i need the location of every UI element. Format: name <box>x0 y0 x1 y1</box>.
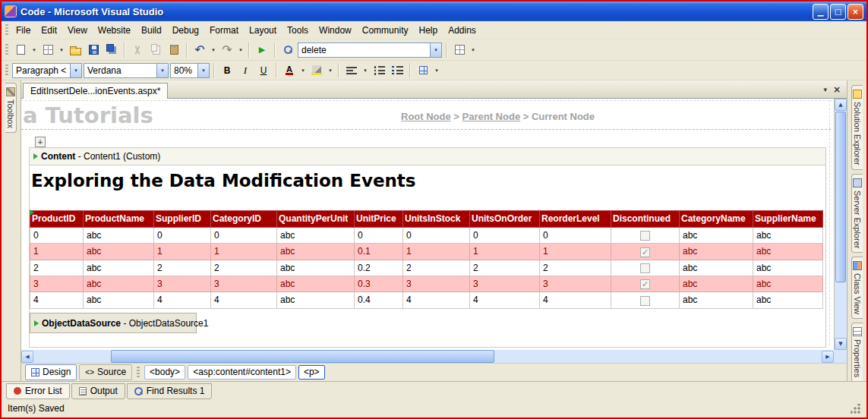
find-results-tab[interactable]: Find Results 1 <box>127 383 213 399</box>
toolbar-grip[interactable] <box>5 65 8 77</box>
minimize-button[interactable]: ▁ <box>813 4 829 20</box>
toolbar-grip[interactable] <box>5 24 8 36</box>
paste-button[interactable] <box>166 42 182 58</box>
add-item-button[interactable] <box>39 42 56 58</box>
server-explorer-tab[interactable]: Server Explorer <box>851 174 863 253</box>
tag-navigator-body[interactable]: <body> <box>144 365 185 380</box>
align-button[interactable] <box>343 62 360 79</box>
breadcrumb-separator: > <box>451 111 462 122</box>
chevron-down-icon[interactable]: ▾ <box>361 62 369 79</box>
document-tab-active[interactable]: EditInsertDele...ionEvents.aspx* <box>23 83 168 99</box>
menu-debug[interactable]: Debug <box>167 23 204 38</box>
breadcrumb-parent-link[interactable]: Parent Node <box>462 111 521 122</box>
menu-view[interactable]: View <box>62 23 93 38</box>
font-color-button[interactable]: A <box>281 62 298 79</box>
undo-button[interactable]: ↶ <box>191 42 208 58</box>
design-view-button[interactable]: Design <box>25 364 77 380</box>
chevron-down-icon[interactable]: ▾ <box>237 42 245 58</box>
tag-navigator-p[interactable]: <p> <box>298 365 325 380</box>
menu-addins[interactable]: Addins <box>443 23 481 38</box>
chevron-down-icon[interactable]: ▾ <box>156 64 168 77</box>
class-view-tab[interactable]: Class View <box>851 257 863 319</box>
menu-website[interactable]: Website <box>93 23 136 38</box>
content-placeholder-header[interactable]: Content - Content1 (Custom) <box>30 148 825 165</box>
scroll-right-icon[interactable]: ▶ <box>822 351 834 363</box>
search-combobox-value[interactable]: delete <box>298 45 430 55</box>
close-document-icon[interactable]: × <box>833 84 841 95</box>
font-size-combobox[interactable]: 80% ▾ <box>170 63 210 78</box>
tag-navigator-content[interactable]: <asp:content#content1> <box>188 365 296 380</box>
tab-list-icon[interactable]: ▾ <box>823 86 827 93</box>
toolbox-tab[interactable]: Toolbox <box>5 83 17 133</box>
scroll-down-icon[interactable]: ▼ <box>835 338 847 350</box>
cut-button[interactable] <box>129 42 146 58</box>
menu-build[interactable]: Build <box>136 23 167 38</box>
copy-button[interactable] <box>147 42 164 58</box>
properties-tab[interactable]: Properties <box>851 323 863 382</box>
chevron-down-icon[interactable]: ▾ <box>30 42 38 58</box>
menu-tools[interactable]: Tools <box>282 23 314 38</box>
save-button[interactable] <box>85 42 102 58</box>
chevron-down-icon[interactable]: ▾ <box>430 43 441 57</box>
chevron-down-icon[interactable]: ▾ <box>70 64 81 77</box>
toolbar-overflow-icon[interactable]: ▾ <box>433 62 440 79</box>
menu-file[interactable]: File <box>11 23 36 38</box>
vertical-scrollbar[interactable]: ▲ ▼ <box>834 99 847 350</box>
toolbar-grip[interactable] <box>5 44 8 56</box>
open-file-button[interactable] <box>67 42 84 58</box>
menu-window[interactable]: Window <box>314 23 357 38</box>
bold-button[interactable]: B <box>219 62 235 79</box>
menu-edit[interactable]: Edit <box>36 23 62 38</box>
style-tool-button[interactable] <box>451 42 468 58</box>
output-tab[interactable]: Output <box>71 383 125 399</box>
column-header: ProductName <box>84 211 154 228</box>
chevron-down-icon[interactable]: ▾ <box>197 64 209 77</box>
chevron-down-icon[interactable]: ▾ <box>327 62 334 79</box>
grid-cell: 3 <box>211 276 277 291</box>
objectdatasource-control[interactable]: ObjectDataSource - ObjectDataSource1 <box>30 313 197 333</box>
move-handle[interactable]: + <box>35 137 46 147</box>
menu-format[interactable]: Format <box>204 23 244 38</box>
resize-grip[interactable] <box>851 404 860 414</box>
menu-layout[interactable]: Layout <box>244 23 282 38</box>
breadcrumb-root-link[interactable]: Root Node <box>401 111 451 122</box>
new-file-button[interactable] <box>12 42 29 58</box>
smart-tag-icon[interactable] <box>34 320 39 326</box>
vertical-scrollbar-thumb[interactable] <box>835 112 846 282</box>
search-combobox[interactable]: delete ▾ <box>298 43 442 58</box>
chevron-down-icon[interactable]: ▾ <box>210 42 217 58</box>
chevron-down-icon[interactable]: ▾ <box>299 62 307 79</box>
save-all-button[interactable] <box>103 42 120 58</box>
horizontal-scrollbar[interactable]: ◀ ▶ <box>21 350 834 363</box>
menu-help[interactable]: Help <box>413 23 443 38</box>
scroll-up-icon[interactable]: ▲ <box>835 99 847 111</box>
smart-tag-icon[interactable] <box>33 153 38 159</box>
font-name-value[interactable]: Verdana <box>84 65 156 76</box>
find-in-files-button[interactable] <box>279 42 296 58</box>
chevron-down-icon[interactable]: ▾ <box>58 42 65 58</box>
maximize-button[interactable]: □ <box>830 4 846 20</box>
start-debugging-button[interactable]: ▶ <box>254 42 270 58</box>
gridview-control[interactable]: ProductID ProductName SupplierID Categor… <box>30 210 823 309</box>
css-style-button[interactable] <box>415 62 431 79</box>
block-format-combobox[interactable]: Paragraph < ▾ <box>12 63 82 78</box>
bullet-list-button[interactable] <box>371 62 387 79</box>
italic-button[interactable]: I <box>237 62 254 79</box>
highlight-button[interactable] <box>308 62 325 79</box>
solution-explorer-tab[interactable]: Solution Explorer <box>851 85 863 170</box>
close-button[interactable]: × <box>847 4 863 20</box>
toolbar-overflow-icon[interactable]: ▾ <box>469 42 477 58</box>
scroll-left-icon[interactable]: ◀ <box>21 351 33 363</box>
underline-button[interactable]: U <box>255 62 272 79</box>
error-list-tab[interactable]: Error List <box>6 383 70 399</box>
design-canvas[interactable]: a Tutorials Root Node > Parent Node > Cu… <box>21 99 834 350</box>
smart-tag-icon[interactable] <box>30 210 34 216</box>
horizontal-scrollbar-thumb[interactable] <box>111 350 494 363</box>
numbered-list-button[interactable] <box>389 62 406 79</box>
block-format-value[interactable]: Paragraph < <box>13 65 70 76</box>
source-view-button[interactable]: <> Source <box>79 364 132 380</box>
menu-community[interactable]: Community <box>357 23 414 38</box>
font-name-combobox[interactable]: Verdana ▾ <box>84 63 169 78</box>
redo-button[interactable]: ↷ <box>219 42 235 58</box>
font-size-value[interactable]: 80% <box>171 65 197 76</box>
